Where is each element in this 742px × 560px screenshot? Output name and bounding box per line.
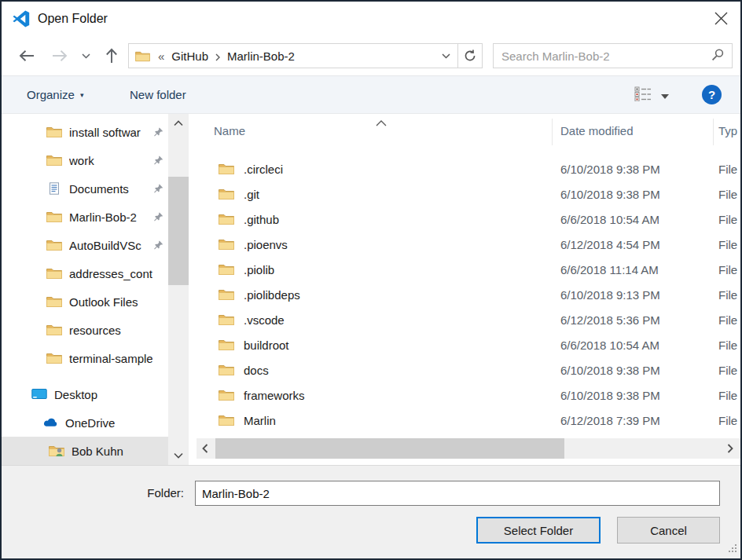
help-button[interactable]: ? — [702, 85, 722, 104]
select-folder-button[interactable]: Select Folder — [476, 517, 601, 544]
cancel-label: Cancel — [650, 524, 687, 537]
pin-icon[interactable] — [153, 155, 163, 165]
scroll-right-button[interactable] — [722, 438, 739, 459]
file-rows: .circleci 6/10/2018 9:38 PM File .git 6/… — [197, 150, 740, 433]
breadcrumb-item-github[interactable]: GitHub — [171, 49, 208, 63]
file-name: docs — [244, 364, 269, 377]
file-row[interactable]: .circleci 6/10/2018 9:38 PM File — [197, 156, 740, 181]
cancel-button[interactable]: Cancel — [617, 517, 720, 544]
sidebar-item[interactable]: work — [2, 146, 168, 174]
sidebar-item-label: Documents — [69, 182, 129, 196]
pin-icon[interactable] — [153, 240, 163, 250]
column-divider[interactable] — [552, 119, 553, 145]
folder-icon — [219, 313, 234, 326]
caret-down-icon[interactable] — [661, 88, 669, 101]
sidebar-item[interactable]: addresses_conta — [2, 259, 168, 287]
close-button[interactable] — [707, 8, 734, 31]
breadcrumb-item-marlin-bob-2[interactable]: Marlin-Bob-2 — [227, 49, 295, 63]
pin-icon[interactable] — [153, 211, 163, 221]
sidebar-item[interactable]: Marlin-Bob-2 — [2, 203, 168, 231]
sidebar-item[interactable]: AutoBuildVSc — [2, 231, 168, 259]
address-bar[interactable]: « GitHub Marlin-Bob-2 — [128, 43, 483, 68]
recent-locations-button[interactable] — [79, 46, 93, 65]
column-header-type[interactable]: Typ — [718, 124, 737, 137]
main-area: install softwar work Documents — [2, 114, 740, 465]
file-row[interactable]: .piolibdeps 6/10/2018 9:13 PM File — [197, 282, 740, 307]
file-name: .pioenvs — [244, 238, 288, 251]
file-date-modified: 6/10/2018 9:38 PM — [560, 163, 660, 176]
file-name: .github — [244, 213, 279, 226]
column-divider[interactable] — [713, 119, 714, 145]
scroll-up-button[interactable] — [168, 115, 189, 131]
file-row[interactable]: docs 6/10/2018 9:38 PM File — [197, 357, 740, 382]
new-folder-label: New folder — [130, 88, 186, 101]
breadcrumb-overflow[interactable]: « — [158, 49, 164, 63]
file-row[interactable]: .pioenvs 6/12/2018 4:54 PM File — [197, 232, 740, 257]
new-folder-button[interactable]: New folder — [130, 76, 186, 113]
file-date-modified: 6/10/2018 9:38 PM — [560, 364, 660, 377]
file-list-horizontal-scrollbar[interactable] — [197, 438, 740, 459]
sidebar-scrollbar[interactable] — [168, 114, 189, 465]
file-row[interactable]: frameworks 6/10/2018 9:38 PM File — [197, 382, 740, 408]
folder-icon — [219, 238, 234, 251]
file-row[interactable]: .git 6/10/2018 9:38 PM File — [197, 181, 740, 207]
sidebar-item[interactable]: Outlook Files — [2, 287, 168, 316]
search-input[interactable] — [494, 49, 711, 63]
breadcrumb-chevron-icon[interactable] — [215, 50, 220, 64]
folder-label: Folder: — [104, 481, 184, 505]
file-date-modified: 6/6/2018 10:54 AM — [560, 339, 659, 352]
sidebar-item-label: Bob Kuhn — [72, 445, 123, 458]
refresh-icon — [463, 49, 477, 63]
folder-icon — [219, 263, 234, 276]
pin-icon[interactable] — [153, 126, 163, 137]
folder-icon — [219, 389, 234, 401]
folder-name-input[interactable] — [195, 481, 720, 506]
folder-icon — [219, 213, 234, 225]
up-button[interactable] — [102, 46, 121, 65]
column-header-date-modified[interactable]: Date modified — [560, 124, 634, 137]
scrollbar-thumb[interactable] — [168, 177, 189, 285]
file-date-modified: 6/10/2018 9:38 PM — [560, 188, 660, 201]
search-icon[interactable] — [711, 48, 725, 64]
desktop-icon — [31, 388, 47, 401]
column-header-name[interactable]: Name — [214, 124, 245, 137]
sidebar-item-label: work — [69, 154, 94, 167]
file-name: .git — [244, 188, 259, 201]
sidebar-item[interactable]: terminal-sample — [2, 344, 168, 372]
folder-icon — [219, 188, 234, 200]
folder-icon — [219, 163, 234, 175]
file-row[interactable]: .piolib 6/6/2018 11:14 AM File — [197, 257, 740, 282]
scrollbar-thumb[interactable] — [215, 438, 564, 459]
file-row[interactable]: Marlin 6/12/2018 7:39 PM File — [197, 408, 740, 433]
organize-button[interactable]: Organize ▾ — [27, 76, 83, 113]
sidebar-item[interactable]: Documents — [2, 174, 168, 203]
scroll-down-button[interactable] — [168, 448, 189, 463]
navigation-bar: « GitHub Marlin-Bob-2 — [2, 36, 740, 75]
sidebar-item[interactable]: Bob Kuhn — [2, 437, 168, 465]
command-toolbar: Organize ▾ New folder ? — [2, 75, 740, 114]
file-date-modified: 6/12/2018 4:54 PM — [560, 238, 660, 251]
open-folder-dialog: Open Folder « GitHub — [0, 0, 742, 560]
sidebar-item[interactable]: Desktop — [2, 380, 168, 408]
file-name: .vscode — [244, 313, 285, 327]
file-name: .piolib — [244, 263, 274, 276]
file-row[interactable]: buildroot 6/6/2018 10:54 AM File — [197, 332, 740, 357]
scroll-left-button[interactable] — [197, 438, 214, 459]
view-mode-button[interactable] — [634, 76, 669, 113]
refresh-button[interactable] — [458, 44, 482, 68]
address-dropdown-button[interactable] — [434, 44, 457, 68]
resize-grip[interactable] — [727, 542, 737, 555]
file-type: File — [718, 213, 742, 226]
caret-down-icon: ▾ — [80, 91, 84, 99]
sort-ascending-icon[interactable] — [376, 115, 387, 129]
sidebar-item[interactable]: resources — [2, 316, 168, 344]
pin-icon[interactable] — [153, 183, 163, 193]
file-row[interactable]: .vscode 6/12/2018 5:36 PM File — [197, 307, 740, 332]
back-arrow-icon — [17, 46, 36, 65]
file-row[interactable]: .github 6/6/2018 10:54 AM File — [197, 207, 740, 232]
file-name: .circleci — [244, 163, 283, 176]
forward-button[interactable] — [50, 46, 69, 65]
back-button[interactable] — [17, 46, 36, 65]
sidebar-item[interactable]: OneDrive — [2, 408, 168, 437]
sidebar-item[interactable]: install softwar — [2, 118, 168, 146]
